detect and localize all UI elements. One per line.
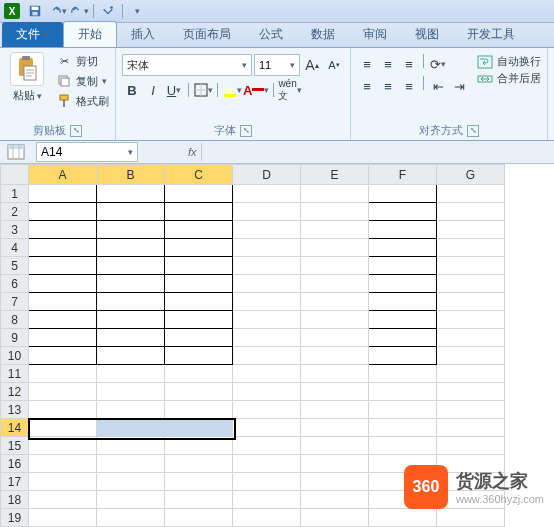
row-header-9[interactable]: 9 xyxy=(1,329,29,347)
cell-G13[interactable] xyxy=(437,401,505,419)
cell-D11[interactable] xyxy=(233,365,301,383)
orientation-button[interactable]: ⟳▾ xyxy=(428,54,448,74)
tab-layout[interactable]: 页面布局 xyxy=(169,22,245,47)
formula-bar[interactable] xyxy=(201,143,554,161)
cell-A13[interactable] xyxy=(29,401,97,419)
tab-view[interactable]: 视图 xyxy=(401,22,453,47)
paste-button[interactable]: 粘贴▾ xyxy=(4,50,50,105)
cell-A3[interactable] xyxy=(29,221,97,239)
borders-button[interactable]: ▾ xyxy=(193,80,213,100)
cell-B10[interactable] xyxy=(97,347,165,365)
row-header-14[interactable]: 14 xyxy=(1,419,29,437)
cell-E8[interactable] xyxy=(301,311,369,329)
row-header-19[interactable]: 19 xyxy=(1,509,29,527)
font-name-select[interactable]: 宋体▾ xyxy=(122,54,252,76)
worksheet-grid[interactable]: ABCDEFG12345678910111213141516171819 360… xyxy=(0,164,554,527)
cell-C17[interactable] xyxy=(165,473,233,491)
decrease-indent-button[interactable]: ⇤ xyxy=(428,76,448,96)
row-header-3[interactable]: 3 xyxy=(1,221,29,239)
cell-B12[interactable] xyxy=(97,383,165,401)
cell-G1[interactable] xyxy=(437,185,505,203)
cell-C15[interactable] xyxy=(165,437,233,455)
cell-F2[interactable] xyxy=(369,203,437,221)
cell-A16[interactable] xyxy=(29,455,97,473)
cell-A10[interactable] xyxy=(29,347,97,365)
cell-A9[interactable] xyxy=(29,329,97,347)
italic-button[interactable]: I xyxy=(143,80,163,100)
cell-A1[interactable] xyxy=(29,185,97,203)
cell-E11[interactable] xyxy=(301,365,369,383)
cell-A18[interactable] xyxy=(29,491,97,509)
tab-formulas[interactable]: 公式 xyxy=(245,22,297,47)
cell-C9[interactable] xyxy=(165,329,233,347)
cell-F12[interactable] xyxy=(369,383,437,401)
align-right-button[interactable]: ≡ xyxy=(399,76,419,96)
tab-data[interactable]: 数据 xyxy=(297,22,349,47)
cell-G5[interactable] xyxy=(437,257,505,275)
cell-G2[interactable] xyxy=(437,203,505,221)
cell-F15[interactable] xyxy=(369,437,437,455)
cell-A15[interactable] xyxy=(29,437,97,455)
cell-A14[interactable] xyxy=(29,419,97,437)
cell-A17[interactable] xyxy=(29,473,97,491)
cell-D15[interactable] xyxy=(233,437,301,455)
cell-F1[interactable] xyxy=(369,185,437,203)
row-header-18[interactable]: 18 xyxy=(1,491,29,509)
tab-developer[interactable]: 开发工具 xyxy=(453,22,529,47)
cell-E6[interactable] xyxy=(301,275,369,293)
copy-button[interactable]: 复制▾ xyxy=(54,72,111,90)
cell-B13[interactable] xyxy=(97,401,165,419)
cell-B8[interactable] xyxy=(97,311,165,329)
cell-B18[interactable] xyxy=(97,491,165,509)
cell-A7[interactable] xyxy=(29,293,97,311)
cell-F14[interactable] xyxy=(369,419,437,437)
align-left-button[interactable]: ≡ xyxy=(357,76,377,96)
cell-E16[interactable] xyxy=(301,455,369,473)
cell-C1[interactable] xyxy=(165,185,233,203)
cell-C3[interactable] xyxy=(165,221,233,239)
cell-A6[interactable] xyxy=(29,275,97,293)
name-box[interactable]: A14▾ xyxy=(36,142,138,162)
font-size-select[interactable]: 11▾ xyxy=(254,54,300,76)
cell-D19[interactable] xyxy=(233,509,301,527)
align-middle-button[interactable]: ≡ xyxy=(378,54,398,74)
cell-D12[interactable] xyxy=(233,383,301,401)
cell-D4[interactable] xyxy=(233,239,301,257)
cell-G6[interactable] xyxy=(437,275,505,293)
cell-F5[interactable] xyxy=(369,257,437,275)
cell-D16[interactable] xyxy=(233,455,301,473)
row-header-16[interactable]: 16 xyxy=(1,455,29,473)
cell-E3[interactable] xyxy=(301,221,369,239)
cell-B15[interactable] xyxy=(97,437,165,455)
cell-B17[interactable] xyxy=(97,473,165,491)
cell-A12[interactable] xyxy=(29,383,97,401)
row-header-2[interactable]: 2 xyxy=(1,203,29,221)
cell-D18[interactable] xyxy=(233,491,301,509)
row-header-7[interactable]: 7 xyxy=(1,293,29,311)
undo-button[interactable]: ▾ xyxy=(47,2,67,20)
save-button[interactable] xyxy=(25,2,45,20)
cut-button[interactable]: ✂剪切 xyxy=(54,52,111,70)
fill-color-button[interactable]: ▾ xyxy=(222,80,242,100)
cell-A11[interactable] xyxy=(29,365,97,383)
cell-B11[interactable] xyxy=(97,365,165,383)
cell-A2[interactable] xyxy=(29,203,97,221)
qat-tool-icon[interactable] xyxy=(98,2,118,20)
tab-review[interactable]: 审阅 xyxy=(349,22,401,47)
cell-G12[interactable] xyxy=(437,383,505,401)
shrink-font-button[interactable]: A▾ xyxy=(324,55,344,75)
cell-G10[interactable] xyxy=(437,347,505,365)
cell-E18[interactable] xyxy=(301,491,369,509)
cell-F9[interactable] xyxy=(369,329,437,347)
cell-F4[interactable] xyxy=(369,239,437,257)
cell-D2[interactable] xyxy=(233,203,301,221)
cell-D14[interactable] xyxy=(233,419,301,437)
cell-D3[interactable] xyxy=(233,221,301,239)
cell-C12[interactable] xyxy=(165,383,233,401)
cell-E19[interactable] xyxy=(301,509,369,527)
cell-C7[interactable] xyxy=(165,293,233,311)
cell-A19[interactable] xyxy=(29,509,97,527)
row-header-4[interactable]: 4 xyxy=(1,239,29,257)
merge-center-button[interactable]: 合并后居 xyxy=(477,71,541,86)
col-header-B[interactable]: B xyxy=(97,165,165,185)
